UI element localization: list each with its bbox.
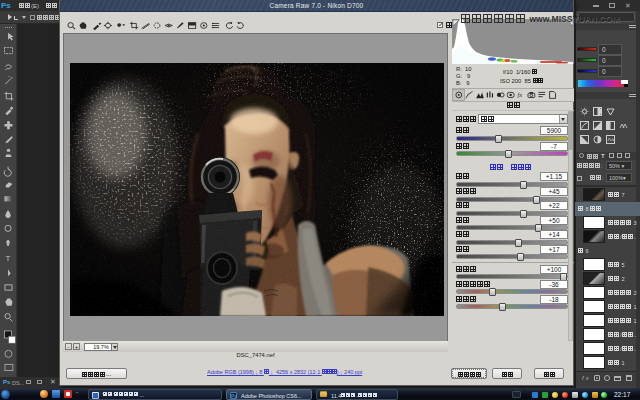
svg-text:T: T (5, 254, 10, 263)
svg-text:fx: fx (518, 92, 523, 99)
